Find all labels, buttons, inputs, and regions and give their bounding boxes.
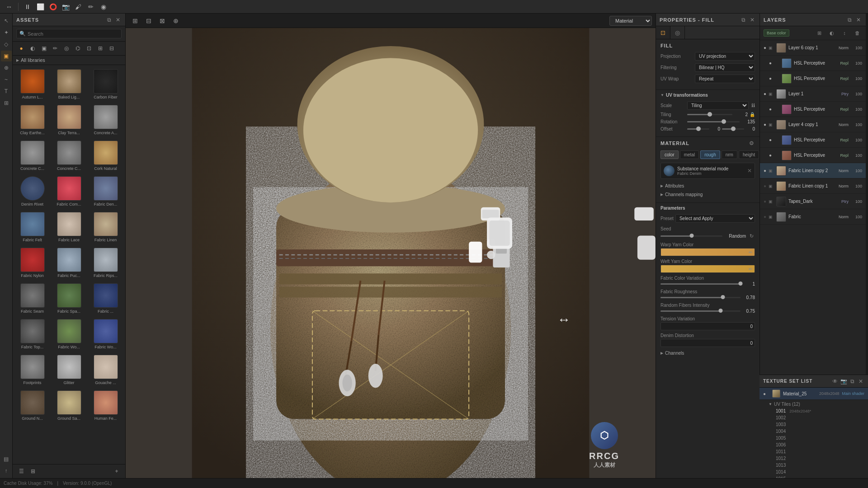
tool-erase[interactable]: ◇ bbox=[1, 39, 12, 50]
vp-btn-3[interactable]: ⊠ bbox=[156, 15, 168, 27]
asset-tool-filter[interactable]: ⌬ bbox=[73, 43, 83, 53]
seed-slider[interactable] bbox=[660, 235, 722, 237]
layer-item[interactable]: ● ▣ Tapes_Dark Ptry 100 bbox=[760, 194, 866, 209]
asset-tool-alpha[interactable]: ◎ bbox=[61, 43, 71, 53]
layers-tool-2[interactable]: ◐ bbox=[827, 28, 837, 38]
assets-grid-btn[interactable]: ⊞ bbox=[28, 466, 38, 476]
layer-item[interactable]: ● ▣ Layer 1 Ptry 100 bbox=[760, 86, 866, 102]
ts-tile-item[interactable]: 1014 bbox=[769, 469, 864, 475]
layer-item[interactable]: ● ▣ Layer 4 copy 1 Norm 100 bbox=[760, 117, 866, 132]
layer-vis-icon[interactable]: ● bbox=[769, 137, 772, 142]
mat-tab-metal[interactable]: metal bbox=[680, 150, 699, 159]
layers-pin-btn[interactable]: ⧉ bbox=[846, 16, 853, 23]
tiling-slider[interactable] bbox=[687, 114, 732, 115]
asset-item[interactable]: Clay Terra... bbox=[52, 103, 86, 136]
ts-tile-item[interactable]: 1013 bbox=[769, 462, 864, 469]
tiling-lock-icon[interactable]: 🔒 bbox=[750, 112, 755, 117]
random-fibers-slider[interactable] bbox=[660, 310, 741, 312]
preset-select[interactable]: Select and Apply bbox=[675, 214, 755, 223]
attributes-row[interactable]: ▶ Attributes bbox=[660, 183, 755, 189]
asset-item[interactable]: Carbon Fiber bbox=[89, 68, 123, 101]
vp-btn-4[interactable]: ⊕ bbox=[170, 15, 182, 27]
layer-item[interactable]: ● ▣ Fabric Norm 100 bbox=[760, 209, 866, 225]
asset-item[interactable]: Cork Natural bbox=[89, 139, 123, 172]
projection-select[interactable]: UV projection bbox=[695, 52, 755, 61]
asset-item[interactable]: Fabric Spa... bbox=[52, 282, 86, 315]
channels-section-row[interactable]: ▶ Channels bbox=[660, 350, 755, 357]
warp-yarn-pick-btn[interactable]: ✏ bbox=[746, 249, 755, 256]
prop-tab-fill[interactable]: ⊡ bbox=[656, 26, 670, 39]
layer-item[interactable]: ● HSL Perceptive Repl 100 bbox=[760, 102, 866, 117]
asset-tool-sphere[interactable]: ● bbox=[16, 43, 26, 53]
ts-tile-item[interactable]: 1003 bbox=[769, 421, 864, 428]
asset-item[interactable]: Concrete C... bbox=[15, 139, 49, 172]
asset-item[interactable]: Fabric Wo... bbox=[89, 318, 123, 351]
asset-item[interactable]: Fabric Seam bbox=[15, 282, 49, 315]
ts-close-btn[interactable]: ✕ bbox=[857, 378, 864, 385]
toolbar-pause-btn[interactable]: ⏸ bbox=[22, 1, 33, 12]
weft-yarn-pick-btn[interactable]: ✏ bbox=[746, 265, 755, 272]
ts-pin-btn[interactable]: ⧉ bbox=[849, 378, 856, 385]
offset-y-slider[interactable] bbox=[722, 128, 744, 130]
ts-main-item[interactable]: ● Material_25 2048x2048 Main shader bbox=[760, 388, 868, 400]
seed-random-btn[interactable]: ↻ bbox=[748, 232, 755, 239]
channels-mapping-row[interactable]: ▶ Channels mapping bbox=[660, 191, 755, 198]
layer-item[interactable]: ● ▣ Layer 6 copy 1 Norm 100 bbox=[760, 40, 866, 56]
asset-tool-grid2[interactable]: ⊟ bbox=[107, 43, 117, 53]
mat-tab-color[interactable]: color bbox=[660, 150, 679, 159]
asset-tool-proc[interactable]: ⊡ bbox=[84, 43, 94, 53]
all-libraries-label[interactable]: All libraries bbox=[21, 57, 45, 63]
asset-item[interactable]: Fabric Linen bbox=[89, 211, 123, 244]
layer-vis-icon[interactable]: ● bbox=[769, 61, 772, 66]
fabric-roughness-slider[interactable] bbox=[660, 297, 741, 298]
prop-tab-mat[interactable]: ◎ bbox=[670, 26, 685, 39]
asset-item[interactable]: Ground Sa... bbox=[52, 389, 86, 422]
layers-tool-3[interactable]: ↕ bbox=[840, 28, 849, 38]
layer-vis-icon[interactable]: ● bbox=[764, 45, 766, 50]
toolbar-brush-btn[interactable]: 🖌 bbox=[73, 1, 84, 12]
ts-tile-item[interactable]: 1006 bbox=[769, 441, 864, 448]
asset-item[interactable]: Footprints bbox=[15, 353, 49, 386]
ts-tile-item[interactable]: 1001 2048x2048* bbox=[769, 408, 864, 414]
layer-vis-icon[interactable]: ● bbox=[769, 76, 772, 81]
layer-item[interactable]: ● HSL Perceptive Repl 100 bbox=[760, 132, 866, 148]
tool-select[interactable]: ↖ bbox=[1, 15, 12, 26]
asset-item[interactable]: Fabric Wo... bbox=[52, 318, 86, 351]
layer-vis-icon[interactable]: ● bbox=[764, 168, 766, 173]
ts-tile-item[interactable]: 1011 bbox=[769, 448, 864, 455]
warp-yarn-color[interactable]: ✏ bbox=[660, 248, 755, 256]
layer-item[interactable]: ● ▣ Fabric Linen copy 2 Norm 100 bbox=[760, 163, 866, 178]
layer-vis-icon[interactable]: ● bbox=[764, 122, 766, 127]
tool-3d-text[interactable]: T bbox=[1, 86, 12, 97]
tool-fill[interactable]: ▣ bbox=[1, 51, 12, 61]
ts-tile-item[interactable]: 1005 bbox=[769, 435, 864, 441]
asset-item[interactable]: Baked Lig... bbox=[52, 68, 86, 101]
ts-tile-item[interactable]: 1004 bbox=[769, 428, 864, 435]
asset-tool-pencil[interactable]: ✏ bbox=[50, 43, 60, 53]
tension-slider[interactable]: 0 bbox=[660, 322, 755, 330]
tool-paint[interactable]: ✦ bbox=[1, 27, 12, 38]
weft-yarn-color[interactable]: ✏ bbox=[660, 265, 755, 273]
asset-item[interactable]: Denim Rivet bbox=[15, 175, 49, 208]
asset-item[interactable]: Concrete C... bbox=[52, 139, 86, 172]
tool-clone[interactable]: ⊕ bbox=[1, 62, 12, 73]
layer-vis-icon[interactable]: ● bbox=[769, 107, 772, 112]
offset-x-slider[interactable] bbox=[687, 128, 709, 130]
denim-slider[interactable]: 0 bbox=[660, 339, 755, 347]
layer-vis-icon[interactable]: ● bbox=[764, 91, 766, 96]
substance-close-btn[interactable]: ✕ bbox=[747, 168, 752, 174]
layer-item[interactable]: ● HSL Perceptive Repl 100 bbox=[760, 71, 866, 86]
asset-item[interactable]: Fabric ... bbox=[89, 282, 123, 315]
asset-item[interactable]: Glitter bbox=[52, 353, 86, 386]
tool-layers[interactable]: ▤ bbox=[1, 454, 12, 465]
layer-vis-icon[interactable]: ● bbox=[764, 183, 766, 188]
search-input[interactable] bbox=[28, 31, 118, 37]
asset-item[interactable]: Fabric Den... bbox=[89, 175, 123, 208]
asset-item[interactable]: Gouache ... bbox=[89, 353, 123, 386]
mat-tab-height[interactable]: height bbox=[739, 150, 759, 159]
toolbar-sphere-btn[interactable]: ⭕ bbox=[47, 1, 58, 12]
tool-smudge[interactable]: ~ bbox=[1, 74, 12, 85]
asset-item[interactable]: Fabric Lace bbox=[52, 211, 86, 244]
ts-vis-btn[interactable]: 👁 bbox=[831, 378, 839, 385]
asset-item[interactable]: Fabric Nylon bbox=[15, 246, 49, 279]
